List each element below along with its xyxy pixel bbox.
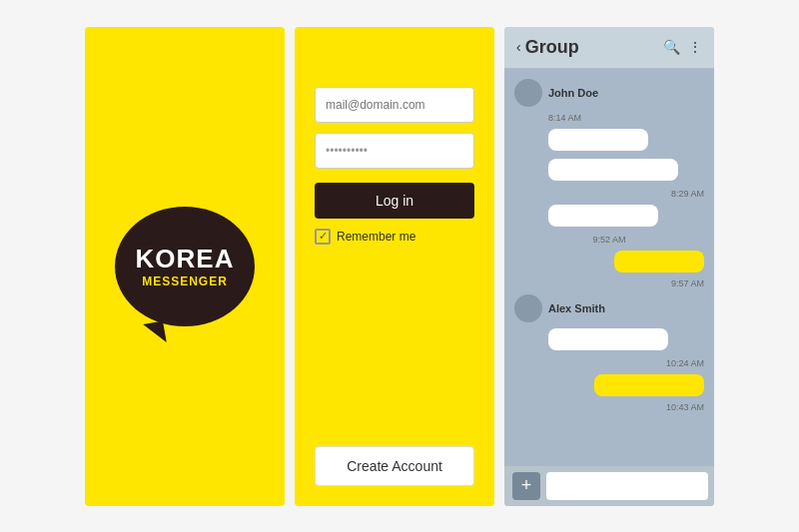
- screen-chat: ‹ Group 🔍 ⋮ John Doe 8:14 AM 8:29 AM 9:5…: [504, 27, 714, 506]
- time-4: 9:57 AM: [514, 278, 704, 288]
- search-icon[interactable]: 🔍: [663, 39, 680, 55]
- chat-header-left: ‹ Group: [516, 37, 579, 58]
- remember-checkbox[interactable]: [315, 229, 331, 245]
- password-input[interactable]: [315, 133, 474, 169]
- remember-row: Remember me: [315, 229, 474, 245]
- avatar-alex: [514, 294, 542, 322]
- message-input[interactable]: [546, 472, 708, 500]
- screen-login: Log in Remember me Create Account: [295, 27, 494, 506]
- brand-bottom: MESSENGER: [142, 274, 228, 288]
- chat-header: ‹ Group 🔍 ⋮: [504, 27, 714, 69]
- more-options-icon[interactable]: ⋮: [688, 39, 702, 55]
- login-button[interactable]: Log in: [315, 183, 474, 219]
- chat-title: Group: [525, 37, 579, 58]
- speech-bubble: KOREA MESSENGER: [115, 207, 255, 326]
- sender-row-john: John Doe: [514, 79, 704, 107]
- sender-row-alex: Alex Smith: [514, 294, 704, 322]
- remember-label: Remember me: [337, 230, 415, 244]
- chat-header-icons: 🔍 ⋮: [663, 39, 702, 55]
- sender-name-john: John Doe: [548, 87, 598, 99]
- email-input[interactable]: [315, 87, 474, 123]
- msg-bubble-1: [548, 129, 648, 151]
- msg-bubble-3: [548, 205, 658, 227]
- time-6: 10:43 AM: [514, 402, 704, 412]
- create-account-button[interactable]: Create Account: [315, 446, 474, 486]
- time-2: 8:29 AM: [514, 189, 704, 199]
- screen-logo: KOREA MESSENGER: [85, 27, 285, 506]
- msg-bubble-4: [548, 328, 668, 350]
- screens-container: KOREA MESSENGER Log in Remember me Creat…: [65, 7, 734, 526]
- chat-footer: + Send: [504, 466, 714, 506]
- avatar-john: [514, 79, 542, 107]
- back-arrow-icon[interactable]: ‹: [516, 39, 521, 55]
- time-3: 9:52 AM: [514, 235, 704, 245]
- brand-top: KOREA: [136, 244, 235, 274]
- chat-messages: John Doe 8:14 AM 8:29 AM 9:52 AM 9:57 AM…: [504, 69, 714, 466]
- msg-bubble-sent-1: [614, 251, 704, 272]
- sender-name-alex: Alex Smith: [548, 302, 605, 314]
- msg-bubble-sent-2: [594, 374, 704, 396]
- msg-bubble-2: [548, 159, 678, 181]
- add-button[interactable]: +: [512, 472, 540, 500]
- time-5: 10:24 AM: [514, 358, 704, 368]
- time-1: 8:14 AM: [548, 113, 704, 123]
